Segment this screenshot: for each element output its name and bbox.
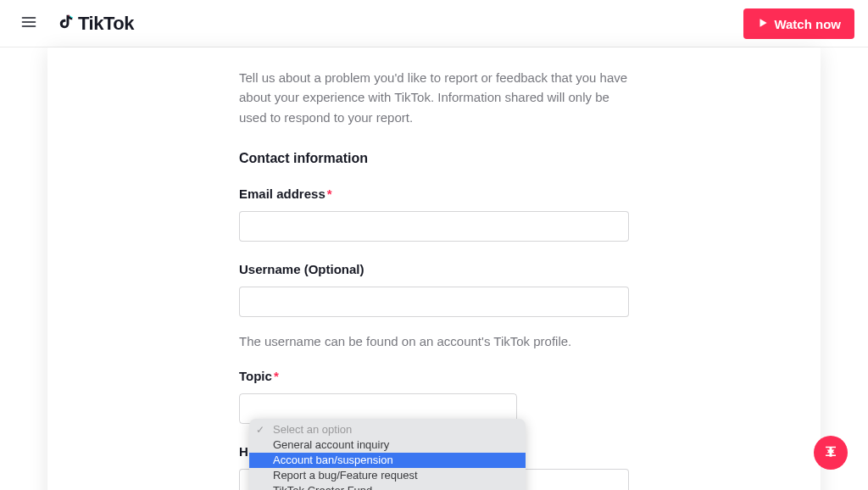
topic-option[interactable]: TikTok Creator Fund (249, 483, 526, 490)
topic-dropdown: Select an option General account inquiry… (249, 419, 526, 490)
topic-option[interactable]: Report a bug/Feature request (249, 468, 526, 483)
topic-option[interactable]: General account inquiry (249, 437, 526, 453)
username-help-text: The username can be found on an account'… (239, 334, 629, 348)
brand-logo[interactable]: TikTok (56, 11, 134, 36)
email-input[interactable] (239, 211, 629, 242)
watch-now-button[interactable]: Watch now (743, 8, 854, 39)
hamburger-icon (20, 14, 37, 33)
topic-label: Topic* (239, 369, 629, 383)
play-icon (757, 17, 774, 31)
username-label: Username (Optional) (239, 262, 629, 276)
form-card: Tell us about a problem you'd like to re… (47, 47, 821, 490)
intro-text: Tell us about a problem you'd like to re… (239, 68, 629, 127)
topic-option-placeholder[interactable]: Select an option (249, 422, 526, 437)
contact-section-title: Contact information (239, 151, 629, 166)
topic-option[interactable]: Account ban/suspension (249, 453, 526, 468)
email-label: Email address* (239, 187, 629, 201)
scroll-to-top-button[interactable] (814, 436, 848, 470)
menu-button[interactable] (14, 8, 44, 39)
username-input[interactable] (239, 287, 629, 317)
tiktok-icon (56, 11, 78, 36)
arrow-up-icon (823, 443, 838, 462)
watch-now-label: Watch now (774, 17, 841, 31)
brand-name: TikTok (78, 13, 134, 35)
